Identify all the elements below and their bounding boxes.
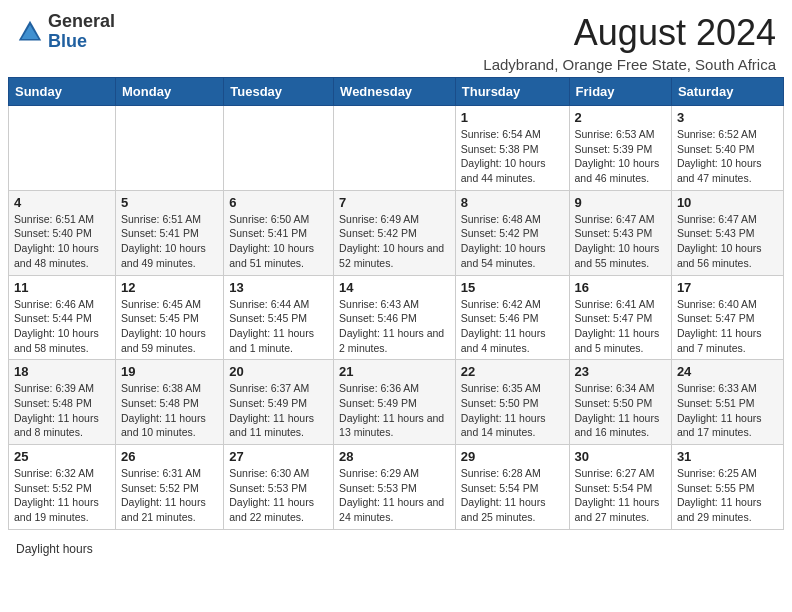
- day-info: Sunrise: 6:38 AMSunset: 5:48 PMDaylight:…: [121, 381, 218, 440]
- day-number: 8: [461, 195, 564, 210]
- day-info: Sunrise: 6:50 AMSunset: 5:41 PMDaylight:…: [229, 212, 328, 271]
- calendar-cell: 15Sunrise: 6:42 AMSunset: 5:46 PMDayligh…: [455, 275, 569, 360]
- calendar-cell: [224, 106, 334, 191]
- logo-blue: Blue: [48, 31, 87, 51]
- calendar-cell: 11Sunrise: 6:46 AMSunset: 5:44 PMDayligh…: [9, 275, 116, 360]
- logo-text: General Blue: [48, 12, 115, 52]
- calendar-header-wednesday: Wednesday: [334, 78, 456, 106]
- calendar-cell: 19Sunrise: 6:38 AMSunset: 5:48 PMDayligh…: [116, 360, 224, 445]
- calendar-cell: 29Sunrise: 6:28 AMSunset: 5:54 PMDayligh…: [455, 445, 569, 530]
- calendar-cell: 13Sunrise: 6:44 AMSunset: 5:45 PMDayligh…: [224, 275, 334, 360]
- calendar-week-2: 4Sunrise: 6:51 AMSunset: 5:40 PMDaylight…: [9, 190, 784, 275]
- day-number: 30: [575, 449, 666, 464]
- calendar-header-sunday: Sunday: [9, 78, 116, 106]
- day-number: 15: [461, 280, 564, 295]
- day-number: 27: [229, 449, 328, 464]
- calendar-cell: 5Sunrise: 6:51 AMSunset: 5:41 PMDaylight…: [116, 190, 224, 275]
- calendar-week-1: 1Sunrise: 6:54 AMSunset: 5:38 PMDaylight…: [9, 106, 784, 191]
- day-info: Sunrise: 6:33 AMSunset: 5:51 PMDaylight:…: [677, 381, 778, 440]
- calendar-cell: 16Sunrise: 6:41 AMSunset: 5:47 PMDayligh…: [569, 275, 671, 360]
- calendar-cell: 24Sunrise: 6:33 AMSunset: 5:51 PMDayligh…: [671, 360, 783, 445]
- day-number: 10: [677, 195, 778, 210]
- title-block: August 2024 Ladybrand, Orange Free State…: [483, 12, 776, 73]
- day-info: Sunrise: 6:47 AMSunset: 5:43 PMDaylight:…: [677, 212, 778, 271]
- day-number: 13: [229, 280, 328, 295]
- calendar-header-friday: Friday: [569, 78, 671, 106]
- calendar-cell: 27Sunrise: 6:30 AMSunset: 5:53 PMDayligh…: [224, 445, 334, 530]
- calendar-cell: 12Sunrise: 6:45 AMSunset: 5:45 PMDayligh…: [116, 275, 224, 360]
- calendar-cell: 4Sunrise: 6:51 AMSunset: 5:40 PMDaylight…: [9, 190, 116, 275]
- calendar-cell: [9, 106, 116, 191]
- day-number: 18: [14, 364, 110, 379]
- day-info: Sunrise: 6:52 AMSunset: 5:40 PMDaylight:…: [677, 127, 778, 186]
- day-number: 22: [461, 364, 564, 379]
- day-number: 29: [461, 449, 564, 464]
- day-number: 23: [575, 364, 666, 379]
- day-info: Sunrise: 6:27 AMSunset: 5:54 PMDaylight:…: [575, 466, 666, 525]
- page-header: General Blue August 2024 Ladybrand, Oran…: [0, 0, 792, 77]
- day-number: 4: [14, 195, 110, 210]
- day-info: Sunrise: 6:41 AMSunset: 5:47 PMDaylight:…: [575, 297, 666, 356]
- day-info: Sunrise: 6:36 AMSunset: 5:49 PMDaylight:…: [339, 381, 450, 440]
- calendar-week-4: 18Sunrise: 6:39 AMSunset: 5:48 PMDayligh…: [9, 360, 784, 445]
- calendar-table: SundayMondayTuesdayWednesdayThursdayFrid…: [8, 77, 784, 530]
- day-info: Sunrise: 6:37 AMSunset: 5:49 PMDaylight:…: [229, 381, 328, 440]
- calendar-cell: [116, 106, 224, 191]
- calendar-header-saturday: Saturday: [671, 78, 783, 106]
- day-number: 6: [229, 195, 328, 210]
- location-title: Ladybrand, Orange Free State, South Afri…: [483, 56, 776, 73]
- calendar-header-tuesday: Tuesday: [224, 78, 334, 106]
- logo: General Blue: [16, 12, 115, 52]
- day-number: 24: [677, 364, 778, 379]
- calendar-container: SundayMondayTuesdayWednesdayThursdayFrid…: [0, 77, 792, 538]
- calendar-header-thursday: Thursday: [455, 78, 569, 106]
- calendar-header-monday: Monday: [116, 78, 224, 106]
- calendar-cell: 30Sunrise: 6:27 AMSunset: 5:54 PMDayligh…: [569, 445, 671, 530]
- calendar-cell: 23Sunrise: 6:34 AMSunset: 5:50 PMDayligh…: [569, 360, 671, 445]
- calendar-cell: 31Sunrise: 6:25 AMSunset: 5:55 PMDayligh…: [671, 445, 783, 530]
- calendar-cell: 28Sunrise: 6:29 AMSunset: 5:53 PMDayligh…: [334, 445, 456, 530]
- day-info: Sunrise: 6:51 AMSunset: 5:40 PMDaylight:…: [14, 212, 110, 271]
- calendar-cell: 3Sunrise: 6:52 AMSunset: 5:40 PMDaylight…: [671, 106, 783, 191]
- calendar-header-row: SundayMondayTuesdayWednesdayThursdayFrid…: [9, 78, 784, 106]
- day-number: 7: [339, 195, 450, 210]
- calendar-cell: 18Sunrise: 6:39 AMSunset: 5:48 PMDayligh…: [9, 360, 116, 445]
- day-number: 11: [14, 280, 110, 295]
- logo-general: General: [48, 11, 115, 31]
- day-number: 31: [677, 449, 778, 464]
- day-number: 16: [575, 280, 666, 295]
- calendar-cell: 7Sunrise: 6:49 AMSunset: 5:42 PMDaylight…: [334, 190, 456, 275]
- calendar-cell: 2Sunrise: 6:53 AMSunset: 5:39 PMDaylight…: [569, 106, 671, 191]
- day-number: 26: [121, 449, 218, 464]
- day-info: Sunrise: 6:29 AMSunset: 5:53 PMDaylight:…: [339, 466, 450, 525]
- calendar-week-3: 11Sunrise: 6:46 AMSunset: 5:44 PMDayligh…: [9, 275, 784, 360]
- day-number: 3: [677, 110, 778, 125]
- day-info: Sunrise: 6:53 AMSunset: 5:39 PMDaylight:…: [575, 127, 666, 186]
- day-info: Sunrise: 6:40 AMSunset: 5:47 PMDaylight:…: [677, 297, 778, 356]
- day-number: 21: [339, 364, 450, 379]
- calendar-cell: 14Sunrise: 6:43 AMSunset: 5:46 PMDayligh…: [334, 275, 456, 360]
- day-info: Sunrise: 6:43 AMSunset: 5:46 PMDaylight:…: [339, 297, 450, 356]
- calendar-cell: 17Sunrise: 6:40 AMSunset: 5:47 PMDayligh…: [671, 275, 783, 360]
- day-number: 5: [121, 195, 218, 210]
- calendar-cell: 10Sunrise: 6:47 AMSunset: 5:43 PMDayligh…: [671, 190, 783, 275]
- calendar-week-5: 25Sunrise: 6:32 AMSunset: 5:52 PMDayligh…: [9, 445, 784, 530]
- logo-icon: [16, 18, 44, 46]
- calendar-cell: 25Sunrise: 6:32 AMSunset: 5:52 PMDayligh…: [9, 445, 116, 530]
- calendar-footer: Daylight hours: [0, 538, 792, 562]
- day-number: 12: [121, 280, 218, 295]
- day-info: Sunrise: 6:49 AMSunset: 5:42 PMDaylight:…: [339, 212, 450, 271]
- calendar-cell: 8Sunrise: 6:48 AMSunset: 5:42 PMDaylight…: [455, 190, 569, 275]
- day-number: 1: [461, 110, 564, 125]
- day-info: Sunrise: 6:46 AMSunset: 5:44 PMDaylight:…: [14, 297, 110, 356]
- day-number: 25: [14, 449, 110, 464]
- calendar-cell: 21Sunrise: 6:36 AMSunset: 5:49 PMDayligh…: [334, 360, 456, 445]
- day-info: Sunrise: 6:28 AMSunset: 5:54 PMDaylight:…: [461, 466, 564, 525]
- day-info: Sunrise: 6:32 AMSunset: 5:52 PMDaylight:…: [14, 466, 110, 525]
- calendar-cell: 22Sunrise: 6:35 AMSunset: 5:50 PMDayligh…: [455, 360, 569, 445]
- day-info: Sunrise: 6:44 AMSunset: 5:45 PMDaylight:…: [229, 297, 328, 356]
- month-title: August 2024: [483, 12, 776, 54]
- calendar-cell: 26Sunrise: 6:31 AMSunset: 5:52 PMDayligh…: [116, 445, 224, 530]
- day-info: Sunrise: 6:54 AMSunset: 5:38 PMDaylight:…: [461, 127, 564, 186]
- day-number: 14: [339, 280, 450, 295]
